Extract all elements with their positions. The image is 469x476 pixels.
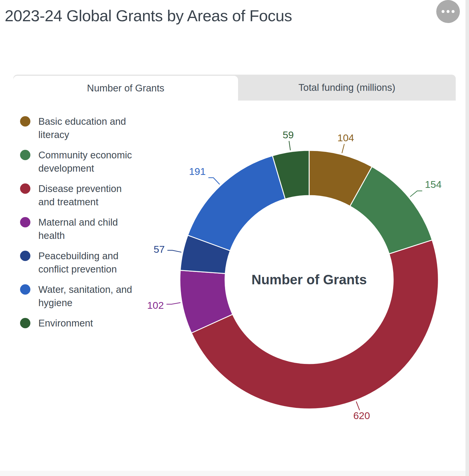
slice-value-label-basic-education-and-literacy: 104 <box>337 132 354 143</box>
donut-chart: 1041546201025719159 Number of Grants <box>0 0 469 476</box>
slice-value-label-peacebuilding-and-conflict-prevention: 57 <box>154 244 165 255</box>
slice-leader-line <box>167 303 180 304</box>
slice-leader-line <box>342 144 345 153</box>
slice-value-label-environment: 59 <box>283 129 294 140</box>
slice-leader-line <box>356 402 360 410</box>
slice-leader-line <box>168 250 181 252</box>
slice-leader-line <box>410 191 422 196</box>
slice-value-label-disease-prevention-and-treatment: 620 <box>353 410 370 421</box>
donut-slice-disease-prevention-and-treatment[interactable] <box>191 240 438 409</box>
slice-leader-line <box>289 141 290 150</box>
slice-leader-line <box>209 178 219 184</box>
slice-value-label-community-economic-development: 154 <box>425 179 442 190</box>
page-bottom-strip <box>0 471 465 476</box>
page-scrollbar-gutter <box>465 0 469 476</box>
slice-value-label-water-sanitation-and-hygiene: 191 <box>189 166 206 177</box>
donut-center-label: Number of Grants <box>251 272 367 287</box>
slice-value-label-maternal-and-child-health: 102 <box>147 300 164 311</box>
